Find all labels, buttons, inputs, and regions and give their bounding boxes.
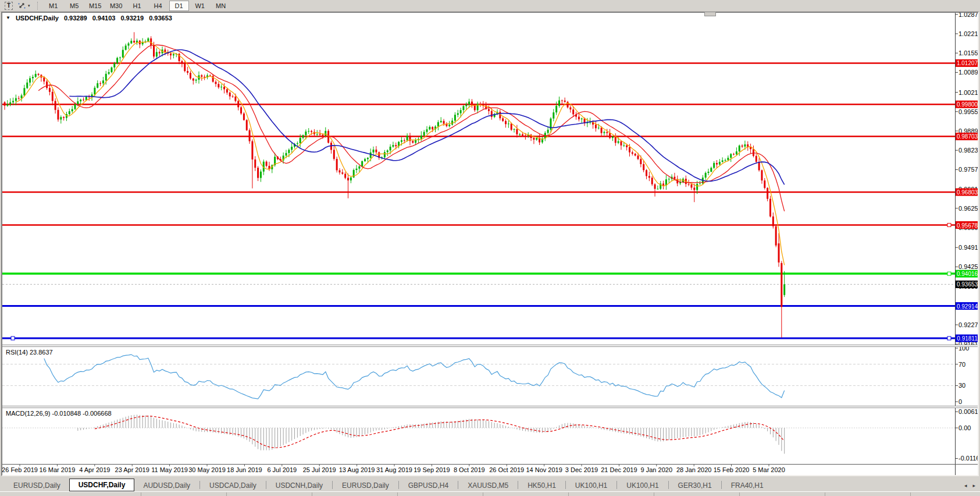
- chart-tab-usdchf-daily[interactable]: USDCHF,Daily: [69, 479, 135, 491]
- timeframe-m30[interactable]: M30: [106, 1, 126, 11]
- tab-separator: [721, 481, 722, 489]
- text-tool-icon: T: [5, 2, 13, 10]
- timeframe-m1[interactable]: M1: [44, 1, 63, 11]
- price-axis[interactable]: [955, 13, 978, 475]
- toolbar-separator: [37, 2, 40, 10]
- tab-separator: [668, 481, 669, 489]
- status-bar-separator: [568, 493, 569, 496]
- chart-tab-usdcad-daily[interactable]: USDCAD,Daily: [201, 480, 265, 491]
- status-bar: [0, 491, 980, 496]
- timeframe-m5[interactable]: M5: [65, 1, 84, 11]
- chart-title: ▼ USDCHF,Daily 0.93289 0.94103 0.93219 0…: [6, 15, 172, 22]
- tab-separator: [398, 481, 399, 489]
- diagonal-arrows-icon: [17, 2, 26, 10]
- chart-tab-usdcnh-daily[interactable]: USDCNH,Daily: [267, 480, 332, 491]
- tab-scroll-left-icon[interactable]: ◂: [964, 483, 967, 488]
- dropdown-triangle-icon[interactable]: ▼: [6, 15, 10, 21]
- top-toolbar: T ▾ M1M5M15M30H1H4D1W1MN: [0, 0, 980, 12]
- chart-tab-fra40-h1[interactable]: FRA40,H1: [722, 480, 772, 491]
- chart-tab-audusd-daily[interactable]: AUDUSD,Daily: [134, 480, 199, 491]
- status-bar-separator: [397, 493, 398, 496]
- chart-tab-uk100-h1[interactable]: UK100,H1: [618, 480, 667, 491]
- dropdown-caret-icon: ▾: [28, 3, 30, 8]
- ohlc-close: 0.93653: [149, 15, 172, 22]
- tab-separator: [332, 481, 333, 489]
- status-bar-separator: [825, 493, 825, 496]
- chart-tab-eurusd-daily[interactable]: EURUSD,Daily: [333, 480, 398, 491]
- macd-panel[interactable]: [2, 408, 955, 464]
- chart-tab-gbpusd-h4[interactable]: GBPUSD,H4: [400, 480, 457, 491]
- app-root: { "toolbar": { "t_button_glyph": "T", "d…: [0, 0, 980, 496]
- status-bar-separator: [910, 493, 911, 496]
- text-tool-button[interactable]: T: [2, 1, 15, 11]
- chart-plot-area[interactable]: [2, 13, 955, 345]
- timeframe-group: M1M5M15M30H1H4D1W1MN: [43, 1, 231, 11]
- tab-separator: [518, 481, 518, 489]
- chart-window: 1.028701.022101.015501.008901.002100.995…: [1, 12, 979, 476]
- time-axis[interactable]: [2, 464, 955, 475]
- arrange-windows-button[interactable]: ▾: [15, 1, 33, 11]
- chart-tab-eurusd-daily[interactable]: EURUSD,Daily: [5, 480, 69, 491]
- timeframe-h1[interactable]: H1: [127, 1, 147, 11]
- timeframe-mn[interactable]: MN: [211, 1, 231, 11]
- tab-separator: [458, 481, 458, 489]
- chart-tabs-bar: EURUSD,DailyUSDCHF,DailyAUDUSD,DailyUSDC…: [0, 476, 980, 491]
- timeframe-w1[interactable]: W1: [190, 1, 210, 11]
- chart-tab-ger30-h1[interactable]: GER30,H1: [669, 480, 721, 491]
- status-bar-separator: [483, 493, 483, 496]
- status-bar-separator: [226, 493, 227, 496]
- ohlc-high: 0.94103: [92, 15, 116, 22]
- timeframe-d1[interactable]: D1: [169, 1, 189, 11]
- status-bar-separator: [141, 493, 141, 496]
- tab-scroll-right-icon[interactable]: ▸: [972, 483, 975, 488]
- rsi-panel[interactable]: [2, 347, 955, 406]
- tab-separator: [199, 481, 200, 489]
- chart-tab-uk100-h1[interactable]: UK100,H1: [566, 480, 616, 491]
- ohlc-open: 0.93289: [64, 15, 87, 22]
- chart-symbol-label: USDCHF,Daily: [16, 15, 59, 22]
- chart-tab-xauusd-m5[interactable]: XAUUSD,M5: [459, 480, 517, 491]
- tab-scroll-arrows: ◂ ▸: [964, 483, 975, 491]
- tab-separator: [266, 481, 266, 489]
- chart-tab-hk50-h1[interactable]: HK50,H1: [519, 480, 565, 491]
- ohlc-low: 0.93219: [120, 15, 144, 22]
- timeframe-h4[interactable]: H4: [148, 1, 168, 11]
- chart-canvas[interactable]: 1.028701.022101.015501.008901.002100.995…: [2, 13, 978, 475]
- tab-separator: [565, 481, 566, 489]
- status-bar-separator: [312, 493, 312, 496]
- status-bar-separator: [739, 493, 740, 496]
- status-bar-separator: [654, 493, 654, 496]
- chart-shift-thumb[interactable]: [704, 12, 716, 16]
- chart-tabs: EURUSD,DailyUSDCHF,DailyAUDUSD,DailyUSDC…: [5, 479, 772, 491]
- tab-separator: [616, 481, 617, 489]
- timeframe-m15[interactable]: M15: [85, 1, 105, 11]
